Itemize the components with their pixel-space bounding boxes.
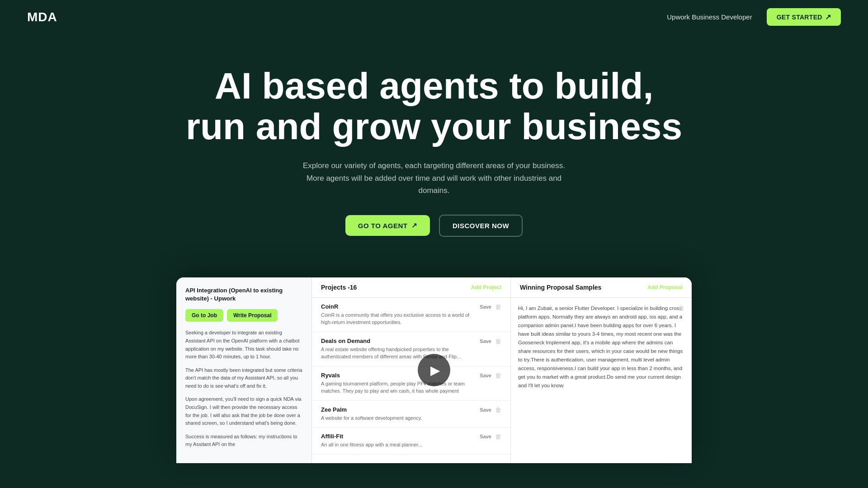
save-affilifit-button[interactable]: Save xyxy=(480,434,491,439)
nav-link-upwork[interactable]: Upwork Business Developer xyxy=(667,13,752,21)
add-proposal-button[interactable]: Add Proposal xyxy=(647,284,683,291)
app-preview: API Integration (OpenAI to existing webs… xyxy=(176,277,692,463)
job-desc-paragraph-3: Upon agreement, you'll need to sign a qu… xyxy=(185,395,302,427)
projects-header: Projects -16 Add Project xyxy=(312,277,510,298)
project-item-ryvals: Ryvals A gaming tournament platform, peo… xyxy=(312,366,510,401)
arrow-icon: ↗ xyxy=(825,13,831,21)
left-panel: API Integration (OpenAI to existing webs… xyxy=(176,277,312,463)
project-content-affilifit: Affili-Fit An all in one fitness app wit… xyxy=(321,433,475,449)
save-coinr-button[interactable]: Save xyxy=(480,304,491,310)
delete-zeepalm-button[interactable]: 🗑 xyxy=(495,406,501,413)
project-item-coinr: CoinR CoinR is a community that offers y… xyxy=(312,298,510,332)
job-title: API Integration (OpenAI to existing webs… xyxy=(185,286,302,303)
project-desc-ryvals: A gaming tournament platform, people pla… xyxy=(321,380,475,395)
project-content-zeepalm: Zee Palm A website for a software develo… xyxy=(321,406,475,422)
project-content-coinr: CoinR CoinR is a community that offers y… xyxy=(321,303,475,326)
delete-affilifit-button[interactable]: 🗑 xyxy=(495,433,501,440)
get-started-button[interactable]: GET STARTED ↗ xyxy=(767,8,841,26)
project-content-deals: Deals on Demand A real estate website of… xyxy=(321,338,475,361)
discover-now-button[interactable]: DISCOVER NOW xyxy=(439,215,523,237)
save-zeepalm-button[interactable]: Save xyxy=(480,407,491,413)
project-name-coinr: CoinR xyxy=(321,303,475,310)
right-panel: Winning Proposal Samples Add Proposal Hi… xyxy=(511,277,692,463)
project-content-ryvals: Ryvals A gaming tournament platform, peo… xyxy=(321,372,475,395)
action-buttons: Go to Job Write Proposal xyxy=(185,309,302,322)
job-desc-paragraph-2: The API has mostly been integrated but s… xyxy=(185,366,302,390)
delete-proposal-button[interactable]: 🗑 xyxy=(678,305,684,312)
go-to-job-button[interactable]: Go to Job xyxy=(185,309,223,322)
add-project-button[interactable]: Add Project xyxy=(471,284,501,291)
project-actions-affilifit: Save 🗑 xyxy=(480,433,501,440)
job-description: Seeking a developer to integrate an exis… xyxy=(185,329,302,449)
proposal-title: Winning Proposal Samples xyxy=(520,284,601,291)
hero-title: AI based agents to build, run and grow y… xyxy=(185,66,683,147)
hero-subtitle: Explore our variety of agents, each targ… xyxy=(294,160,574,197)
write-proposal-button[interactable]: Write Proposal xyxy=(227,309,278,322)
job-desc-paragraph-4: Success is measured as follows: my instr… xyxy=(185,433,302,449)
project-name-zeepalm: Zee Palm xyxy=(321,406,475,413)
project-name-deals: Deals on Demand xyxy=(321,338,475,344)
project-desc-coinr: CoinR is a community that offers you exc… xyxy=(321,311,475,326)
job-desc-paragraph-1: Seeking a developer to integrate an exis… xyxy=(185,329,302,361)
logo: MDA xyxy=(27,10,57,24)
external-link-icon: ↗ xyxy=(411,221,418,230)
delete-coinr-button[interactable]: 🗑 xyxy=(495,303,501,310)
delete-deals-button[interactable]: 🗑 xyxy=(495,338,501,345)
go-to-agent-button[interactable]: GO TO AGENT ↗ xyxy=(345,215,430,236)
project-item-zeepalm: Zee Palm A website for a software develo… xyxy=(312,401,510,428)
nav-right: Upwork Business Developer GET STARTED ↗ xyxy=(667,8,841,26)
navbar: MDA Upwork Business Developer GET STARTE… xyxy=(0,0,868,34)
project-actions-ryvals: Save 🗑 xyxy=(480,372,501,379)
project-name-affilifit: Affili-Fit xyxy=(321,433,475,440)
project-desc-deals: A real estate website offering handpicke… xyxy=(321,346,475,361)
play-icon: ▶ xyxy=(430,363,440,378)
middle-panel: Projects -16 Add Project CoinR CoinR is … xyxy=(312,277,511,463)
project-actions-zeepalm: Save 🗑 xyxy=(480,406,501,413)
project-item-deals: Deals on Demand A real estate website of… xyxy=(312,332,510,366)
save-ryvals-button[interactable]: Save xyxy=(480,373,491,378)
hero-section: AI based agents to build, run and grow y… xyxy=(0,34,868,259)
hero-buttons: GO TO AGENT ↗ DISCOVER NOW xyxy=(27,215,841,237)
delete-ryvals-button[interactable]: 🗑 xyxy=(495,372,501,379)
video-play-overlay[interactable]: ▶ xyxy=(418,354,450,386)
project-desc-zeepalm: A website for a software development age… xyxy=(321,414,475,422)
projects-title: Projects -16 xyxy=(321,284,357,291)
project-desc-affilifit: An all in one fitness app with a meal pl… xyxy=(321,441,475,449)
project-name-ryvals: Ryvals xyxy=(321,372,475,379)
proposal-text: Hi, I am Zubair, a senior Flutter Develo… xyxy=(511,298,692,390)
project-actions-coinr: Save 🗑 xyxy=(480,303,501,310)
project-actions-deals: Save 🗑 xyxy=(480,338,501,345)
proposal-header: Winning Proposal Samples Add Proposal xyxy=(511,277,692,298)
project-item-affilifit: Affili-Fit An all in one fitness app wit… xyxy=(312,427,510,455)
save-deals-button[interactable]: Save xyxy=(480,338,491,344)
